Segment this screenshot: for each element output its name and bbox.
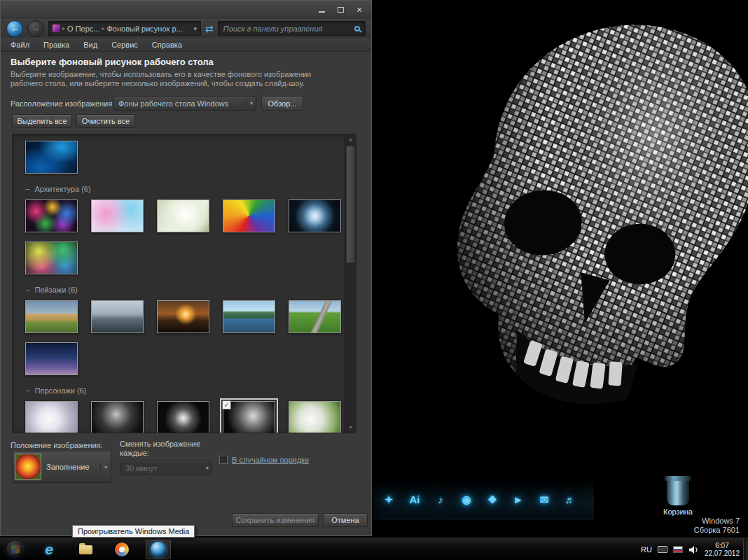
address-bar[interactable]: ▸О Перс...▸Фоновый рисунок р... ▾: [48, 21, 201, 36]
menu-item[interactable]: Справка: [152, 41, 182, 49]
wallpaper-thumbnail-dark-figure[interactable]: [91, 401, 144, 433]
page-title: Выберите фоновый рисунок рабочего стола: [11, 57, 214, 67]
build-watermark: Windows 7 Сборка 7601: [694, 517, 740, 535]
wallpaper-thumbnail-winter-road[interactable]: [91, 300, 144, 333]
shuffle-checkbox[interactable]: [219, 456, 228, 464]
dock-icon-app-5[interactable]: ❖: [482, 487, 503, 512]
collapse-icon[interactable]: −: [25, 386, 29, 395]
wallpaper-thumbnail-color-blur[interactable]: [25, 241, 78, 274]
recycle-bin-icon[interactable]: [667, 479, 689, 505]
wallpaper-thumbnail-white-tiger[interactable]: [289, 401, 341, 433]
address-chevron-down-icon[interactable]: ▾: [193, 25, 197, 32]
minimize-button[interactable]: [317, 5, 326, 15]
recycle-bin[interactable]: Корзина: [656, 479, 700, 516]
chevron-down-icon[interactable]: ▾: [246, 100, 253, 106]
close-button[interactable]: ×: [354, 5, 364, 15]
gallery-section-header[interactable]: −Архитектура (6): [25, 185, 345, 193]
collapse-icon[interactable]: −: [25, 185, 29, 193]
keyboard-icon[interactable]: [658, 546, 667, 553]
dock-icon-app-2[interactable]: Ai: [404, 487, 425, 512]
menu-bar: ФайлПравкаВидСервисСправка: [1, 38, 371, 52]
breadcrumb-separator-icon: ▸: [62, 25, 65, 31]
wallpaper-thumbnail-skull[interactable]: ✓: [223, 401, 275, 433]
dock-icon-app-4[interactable]: ◉: [456, 487, 477, 512]
dock-icon-app-3[interactable]: ♪: [430, 487, 451, 512]
chevron-down-icon[interactable]: ▾: [100, 464, 107, 470]
wallpaper-thumbnail-twilight[interactable]: [25, 342, 78, 375]
show-desktop-button[interactable]: [743, 538, 748, 560]
dock-icon-app-1[interactable]: ✦: [378, 487, 399, 512]
maximize-button[interactable]: [335, 5, 345, 15]
minimize-icon: [319, 11, 325, 13]
language-indicator[interactable]: RU: [641, 545, 652, 554]
interval-dropdown[interactable]: 30 минут ▾: [120, 461, 212, 475]
menu-item[interactable]: Файл: [11, 41, 29, 49]
gallery-section-header[interactable]: −Пейзажи (6): [25, 286, 345, 294]
wallpaper-thumbnail-watercolor[interactable]: [91, 200, 144, 232]
taskbar-windows-media-player[interactable]: [146, 540, 171, 559]
recycle-bin-label: Корзина: [656, 507, 700, 516]
menu-item[interactable]: Сервис: [111, 41, 138, 49]
wallpaper-thumbnail-green-road[interactable]: [289, 300, 341, 333]
wallpaper-thumbnail-lake[interactable]: [223, 300, 275, 333]
control-panel-icon: [53, 24, 60, 32]
dock-icon-app-8[interactable]: ♬: [560, 487, 581, 512]
dock-icon-app-6[interactable]: ►: [508, 487, 529, 512]
collapse-icon[interactable]: −: [25, 286, 29, 294]
cancel-button[interactable]: Отмена: [323, 513, 368, 527]
shuffle-option[interactable]: В случайном порядке: [219, 456, 309, 464]
dock-icon-app-7[interactable]: ✉: [534, 487, 555, 512]
clear-all-button[interactable]: Очистить все: [76, 114, 135, 128]
volume-icon[interactable]: [688, 545, 699, 554]
dock: ✦Ai♪◉❖►✉♬: [373, 480, 594, 519]
wallpaper-thumbnail-kitten[interactable]: [25, 401, 78, 433]
select-all-button[interactable]: Выделить все: [12, 114, 72, 128]
menu-item[interactable]: Правка: [43, 41, 69, 49]
refresh-icon[interactable]: ⇄: [205, 23, 214, 34]
scroll-up-icon[interactable]: ▲: [345, 134, 356, 144]
taskbar-internet-explorer[interactable]: [36, 540, 62, 559]
browse-button[interactable]: Обзор...: [261, 96, 303, 111]
forward-button[interactable]: →: [27, 20, 44, 37]
wallpaper-thumbnail-fractal[interactable]: [289, 200, 341, 232]
scrollbar[interactable]: ▲ ▼: [345, 134, 356, 433]
scroll-down-icon[interactable]: ▼: [345, 423, 356, 433]
tray-clock[interactable]: 6:07 22.07.2012: [705, 542, 740, 557]
wallpaper-thumbnail-sunset[interactable]: [157, 300, 209, 333]
search-box[interactable]: Поиск в панели управления: [218, 21, 366, 36]
breadcrumb-item[interactable]: Фоновый рисунок р...: [106, 24, 182, 33]
start-button[interactable]: [6, 540, 25, 559]
position-dropdown[interactable]: Заполнение ▾: [12, 451, 111, 483]
wallpaper-gallery: −Архитектура (6)−Пейзажи (6)−Персонажи (…: [12, 134, 356, 433]
gallery-section-label: Персонажи (6): [34, 386, 86, 395]
position-preview-image: [15, 454, 41, 480]
back-button[interactable]: ←: [6, 20, 23, 37]
clock-date: 22.07.2012: [705, 550, 740, 557]
taskbar-explorer[interactable]: [73, 540, 98, 559]
gallery-section-header[interactable]: −Персонажи (6): [25, 386, 345, 395]
wallpaper-thumbnail-rainbow-swirl[interactable]: [223, 200, 275, 232]
breadcrumb-separator-icon: ▸: [102, 25, 104, 31]
location-dropdown[interactable]: Фоны рабочего стола Windows ▾: [113, 96, 256, 111]
wallpaper-thumbnail-win-aurora[interactable]: [25, 141, 78, 174]
menu-item[interactable]: Вид: [83, 41, 97, 49]
titlebar[interactable]: ×: [1, 1, 371, 19]
tooltip: Проигрыватель Windows Media: [72, 525, 195, 538]
wallpaper-thumbnail-field-rainbow[interactable]: [25, 300, 78, 333]
internet-explorer-icon: [45, 541, 53, 558]
folder-icon: [79, 545, 92, 554]
scrollbar-thumb[interactable]: [346, 146, 355, 263]
wallpaper-thumbnail-lily[interactable]: [157, 200, 209, 232]
search-icon[interactable]: [354, 26, 360, 31]
wallpaper-thumbnail-flowers[interactable]: [25, 200, 78, 232]
save-changes-button[interactable]: Сохранить изменения: [232, 513, 319, 527]
language-flag-icon[interactable]: [673, 546, 683, 553]
navigation-bar: ← → ▸О Перс...▸Фоновый рисунок р... ▾ ⇄ …: [1, 19, 371, 38]
chevron-down-icon: ▾: [202, 465, 209, 471]
position-label: Положение изображения:: [11, 441, 103, 449]
breadcrumb-item[interactable]: О Перс...: [67, 24, 99, 33]
taskbar-media-app[interactable]: [109, 540, 134, 559]
wallpaper-thumbnail-dandelion[interactable]: [157, 401, 209, 433]
watermark-line-1: Windows 7: [694, 517, 740, 526]
checked-checkbox-icon[interactable]: ✓: [222, 400, 231, 410]
